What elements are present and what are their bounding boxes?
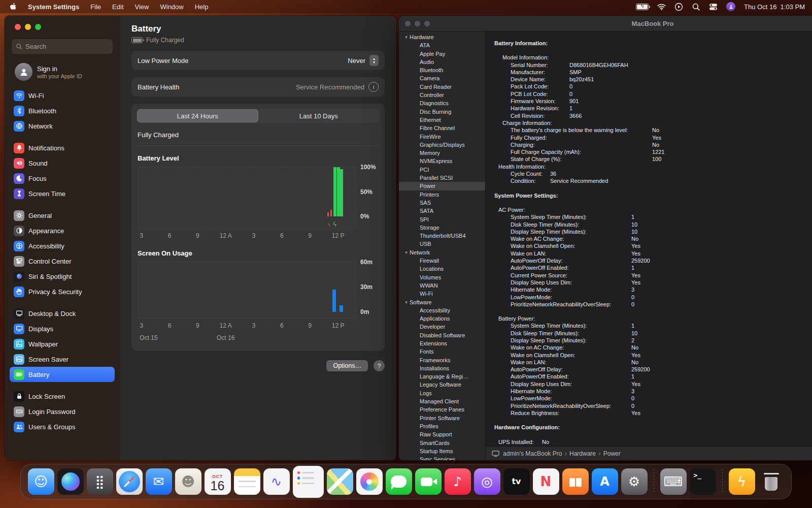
sidebar-item-wi-fi[interactable]: Wi-Fi [10, 88, 115, 103]
breadcrumb-item-admin-s-macbook-pro[interactable]: admin's MacBook Pro [503, 450, 562, 457]
close-button[interactable] [15, 24, 21, 30]
dock-notes-icon[interactable] [234, 468, 260, 495]
dock-podcasts-icon[interactable]: ◎ [474, 468, 500, 495]
tree-item-applications[interactable]: Applications [399, 314, 485, 323]
menu-edit[interactable]: Edit [112, 3, 123, 11]
info-icon[interactable]: i [368, 82, 379, 92]
menu-window[interactable]: Window [160, 3, 183, 11]
dock-news-icon[interactable]: N [533, 468, 559, 495]
tree-item-raw-support[interactable]: Raw Support [399, 430, 485, 438]
dock-freeform-icon[interactable]: ∿ [263, 468, 290, 495]
tree-item-sas[interactable]: SAS [399, 199, 485, 207]
dock-launchpad-icon[interactable]: ⣿ [87, 468, 113, 495]
tree-item-thunderbolt-usb4[interactable]: Thunderbolt/USB4 [399, 232, 485, 240]
sidebar-item-login-password[interactable]: Login Password [10, 404, 115, 419]
apple-menu-icon[interactable] [9, 3, 17, 11]
menu-file[interactable]: File [90, 3, 101, 11]
tree-item-parallel-scsi[interactable]: Parallel SCSI [399, 174, 485, 182]
sidebar-item-lock-screen[interactable]: Lock Screen [10, 389, 115, 404]
tree-item-smartcards[interactable]: SmartCards [399, 439, 485, 447]
sidebar-item-control-center[interactable]: Control Center [10, 253, 115, 269]
close-button[interactable] [405, 21, 411, 26]
sidebar-item-focus[interactable]: Focus [10, 171, 115, 186]
dock-safari-icon[interactable] [116, 468, 143, 495]
wifi-status-icon[interactable] [657, 3, 666, 11]
control-center-icon[interactable] [709, 3, 718, 11]
dock-mail-icon[interactable]: ✉ [146, 468, 172, 495]
now-playing-icon[interactable] [674, 3, 683, 11]
minimize-button[interactable] [25, 24, 31, 30]
dock-maps-icon[interactable] [327, 468, 353, 495]
sidebar-item-users-groups[interactable]: Users & Groups [10, 419, 115, 434]
tab-last-10-days[interactable]: Last 10 Days [258, 109, 380, 122]
tree-item-spi[interactable]: SPI [399, 215, 485, 224]
sidebar-item-siri-spotlight[interactable]: Siri & Spotlight [10, 269, 115, 284]
tree-group-hardware[interactable]: ▾Hardware [399, 33, 485, 41]
dock-messages-icon[interactable] [386, 468, 412, 495]
minimize-button[interactable] [415, 21, 420, 26]
tree-item-frameworks[interactable]: Frameworks [399, 356, 485, 364]
tree-item-firewire[interactable]: FireWire [399, 133, 485, 141]
tree-item-legacy-software[interactable]: Legacy Software [399, 380, 485, 389]
dock-trash-icon[interactable] [758, 468, 785, 495]
tree-item-usb[interactable]: USB [399, 240, 485, 248]
tree-item-wi-fi[interactable]: Wi-Fi [399, 290, 485, 298]
tree-item-fonts[interactable]: Fonts [399, 347, 485, 356]
tree-item-nvmexpress[interactable]: NVMExpress [399, 157, 485, 165]
sidebar-item-appearance[interactable]: Appearance [10, 223, 115, 238]
sidebar-item-bluetooth[interactable]: Bluetooth [10, 103, 115, 118]
tree-item-accessibility[interactable]: Accessibility [399, 306, 485, 314]
tree-item-developer[interactable]: Developer [399, 323, 485, 331]
dock-facetime-icon[interactable] [415, 468, 442, 495]
sidebar-item-privacy-security[interactable]: Privacy & Security [10, 284, 115, 299]
dock-finder-icon[interactable]: ☺ [28, 468, 54, 495]
tree-item-graphics-displays[interactable]: Graphics/Displays [399, 141, 485, 149]
sidebar-item-desktop-dock[interactable]: Desktop & Dock [10, 306, 115, 321]
breadcrumb-item-power[interactable]: Power [603, 450, 621, 457]
dock-photos-icon[interactable] [356, 468, 383, 495]
dock-siri-icon[interactable] [57, 468, 84, 495]
dock-reminders-icon[interactable] [293, 466, 324, 498]
tree-item-bluetooth[interactable]: Bluetooth [399, 66, 485, 74]
tree-item-printer-software[interactable]: Printer Software [399, 414, 485, 422]
tree-item-storage[interactable]: Storage [399, 224, 485, 232]
sidebar-item-sound[interactable]: Sound [10, 155, 115, 171]
sidebar-item-notifications[interactable]: Notifications [10, 140, 115, 155]
dock-contacts-icon[interactable]: ☻ [175, 468, 201, 495]
tree-item-locations[interactable]: Locations [399, 265, 485, 273]
options-button[interactable]: Options… [326, 360, 368, 371]
dock-energy-utility-icon[interactable]: ϟ [729, 468, 755, 495]
tree-group-network[interactable]: ▾Network [399, 248, 485, 257]
tree-item-volumes[interactable]: Volumes [399, 273, 485, 281]
tab-last-24-hours[interactable]: Last 24 Hours [137, 109, 258, 122]
menubar-app-name[interactable]: System Settings [28, 3, 79, 11]
low-power-mode-stepper[interactable]: ▲ ▼ [369, 55, 379, 66]
tree-item-controller[interactable]: Controller [399, 91, 485, 99]
sidebar-item-wallpaper[interactable]: Wallpaper [10, 336, 115, 352]
dock-tv-icon[interactable]: tv [503, 468, 530, 495]
tree-item-wwan[interactable]: WWAN [399, 281, 485, 290]
tree-item-profiles[interactable]: Profiles [399, 422, 485, 430]
sidebar-item-battery[interactable]: Battery [10, 367, 115, 382]
dock-music-icon[interactable]: ♪ [445, 468, 471, 495]
user-avatar[interactable] [726, 2, 735, 11]
help-button[interactable]: ? [374, 360, 385, 371]
tree-item-apple-pay[interactable]: Apple Pay [399, 50, 485, 58]
zoom-button[interactable] [424, 21, 430, 26]
sidebar-item-screen-saver[interactable]: Screen Saver [10, 352, 115, 367]
dock-connected-device-icon[interactable]: ⌨ [660, 468, 687, 495]
breadcrumb-item-hardware[interactable]: Hardware [569, 450, 596, 457]
tree-item-camera[interactable]: Camera [399, 74, 485, 82]
menu-view[interactable]: View [135, 3, 149, 11]
dock-terminal-icon[interactable]: >_ [690, 468, 716, 495]
tree-item-extensions[interactable]: Extensions [399, 339, 485, 347]
search-input[interactable]: Search [12, 39, 113, 54]
tree-item-ata[interactable]: ATA [399, 41, 485, 49]
menu-help[interactable]: Help [195, 3, 209, 11]
dock-calendar-icon[interactable]: OCT16 [205, 468, 231, 495]
dock-appstore-icon[interactable]: A [592, 468, 618, 495]
zoom-button[interactable] [35, 24, 41, 30]
tree-item-preference-panes[interactable]: Preference Panes [399, 405, 485, 414]
tree-item-card-reader[interactable]: Card Reader [399, 83, 485, 91]
tree-item-logs[interactable]: Logs [399, 389, 485, 397]
